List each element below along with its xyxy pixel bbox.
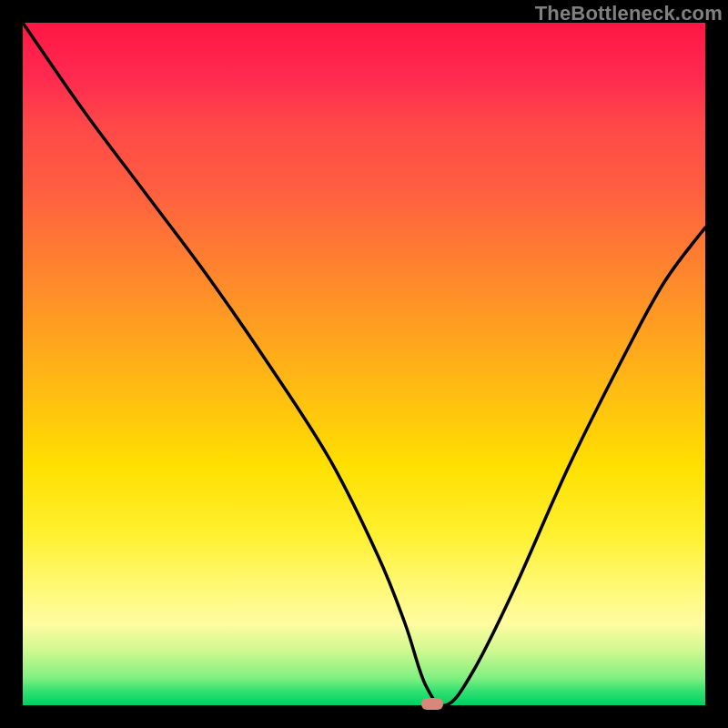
chart-container: TheBottleneck.com xyxy=(0,0,728,728)
optimal-marker xyxy=(421,698,443,710)
plot-area xyxy=(23,23,705,705)
bottleneck-curve xyxy=(23,23,705,705)
watermark-text: TheBottleneck.com xyxy=(535,2,723,25)
